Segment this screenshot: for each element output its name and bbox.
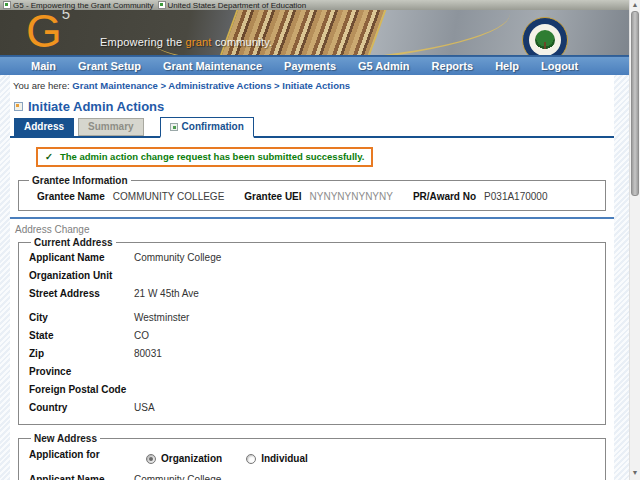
success-message: ✓The admin action change request has bee… — [36, 147, 373, 167]
radio-organization-button[interactable] — [146, 454, 156, 464]
check-icon: ✓ — [45, 151, 53, 162]
radio-organization[interactable]: Organization — [146, 453, 222, 464]
g5-logo-5: 5 — [62, 10, 70, 22]
window-icon — [14, 102, 23, 111]
pr-award-no-label: PR/Award No — [413, 191, 476, 202]
tagline-pre: Empowering the — [100, 36, 186, 48]
field-row-application-for: Application for Organization Individual — [29, 448, 595, 464]
title-item-g5: G5 - Empowering the Grant Community — [3, 1, 154, 10]
nav-grant-maintenance[interactable]: Grant Maintenance — [152, 60, 273, 72]
tab-confirmation-label: Confirmation — [182, 121, 244, 132]
field-label: Street Address — [29, 288, 134, 299]
address-change-label: Address Change — [15, 224, 614, 235]
tab-address[interactable]: Address — [14, 118, 74, 136]
scrollbar-thumb[interactable] — [631, 11, 639, 196]
breadcrumb: You are here: Grant Maintenance > Admini… — [10, 75, 614, 91]
success-message-wrap: ✓The admin action change request has bee… — [36, 146, 614, 167]
nav-reports[interactable]: Reports — [421, 60, 485, 72]
gold-swoosh — [148, 10, 512, 56]
seal-tree-icon — [535, 30, 555, 50]
vertical-scrollbar[interactable]: ▲ ▼ — [629, 0, 640, 480]
grantee-name-label: Grantee Name — [37, 191, 105, 202]
field-row-applicant-name: Applicant Name Community College — [29, 252, 595, 263]
g5-logo-g: G — [26, 10, 60, 56]
new-address-legend: New Address — [31, 433, 100, 444]
scroll-up-arrow-icon[interactable]: ▲ — [630, 0, 640, 10]
field-row-street-address: Street Address 21 W 45th Ave — [29, 288, 595, 299]
field-row-city: City Westminster — [29, 312, 595, 323]
section-divider — [10, 217, 614, 219]
tagline-accent: grant — [186, 36, 212, 48]
current-address-legend: Current Address — [31, 237, 116, 248]
application-for-label: Application for — [29, 448, 134, 464]
grantee-uei-label: Grantee UEI — [244, 191, 301, 202]
breadcrumb-path[interactable]: Grant Maintenance > Administrative Actio… — [72, 80, 350, 91]
nav-grant-setup[interactable]: Grant Setup — [67, 60, 152, 72]
radio-individual-label: Individual — [261, 453, 308, 464]
radio-individual-button[interactable] — [246, 454, 256, 464]
field-row-foreign-postal-code: Foreign Postal Code — [29, 384, 595, 395]
pr-award-no-value: P031A170000 — [484, 191, 547, 202]
field-label: State — [29, 330, 134, 341]
main-navigation: Main Grant Setup Grant Maintenance Payme… — [0, 56, 629, 75]
nav-g5-admin[interactable]: G5 Admin — [347, 60, 421, 72]
g5-logo: G5 — [26, 10, 70, 56]
field-row-new-applicant-name: Applicant Name Community College — [29, 474, 595, 480]
tab-confirmation[interactable]: Confirmation — [160, 117, 254, 138]
window-title-g5: G5 - Empowering the Grant Community — [13, 1, 154, 10]
page-title: Initiate Admin Actions — [28, 99, 164, 114]
content-panel: You are here: Grant Maintenance > Admini… — [10, 75, 614, 480]
field-row-organization-unit: Organization Unit — [29, 270, 595, 281]
nav-payments[interactable]: Payments — [273, 60, 347, 72]
page-title-row: Initiate Admin Actions — [14, 99, 614, 114]
grantee-uei-value: NYNYNYNYNYNY — [310, 191, 393, 202]
field-value: Community College — [134, 252, 221, 263]
radio-individual[interactable]: Individual — [246, 453, 308, 464]
field-value: Westminster — [134, 312, 189, 323]
field-label: Zip — [29, 348, 134, 359]
field-row-state: State CO — [29, 330, 595, 341]
grantee-information-legend: Grantee Information — [29, 175, 131, 186]
field-value: 80031 — [134, 348, 162, 359]
scroll-down-arrow-icon[interactable]: ▼ — [630, 468, 640, 478]
field-value: Community College — [134, 474, 221, 480]
tab-bar: Address Summary Confirmation — [10, 117, 614, 138]
field-row-zip: Zip 80031 — [29, 348, 595, 359]
field-label: Province — [29, 366, 134, 377]
field-value: 21 W 45th Ave — [134, 288, 199, 299]
ed-favicon-icon — [158, 1, 166, 9]
nav-logout[interactable]: Logout — [530, 60, 589, 72]
field-value: CO — [134, 330, 149, 341]
nav-help[interactable]: Help — [484, 60, 530, 72]
current-address-fieldset: Current Address Applicant Name Community… — [18, 237, 606, 425]
field-label: Applicant Name — [29, 252, 134, 263]
new-address-fieldset: New Address Application for Organization… — [18, 433, 606, 480]
field-label: City — [29, 312, 134, 323]
field-row-province: Province — [29, 366, 595, 377]
g5-favicon-icon — [3, 1, 11, 9]
confirmation-tab-icon — [170, 123, 178, 131]
field-label: Country — [29, 402, 134, 413]
seal-inner-ring — [529, 24, 561, 56]
window-title-ed: United States Department of Education — [168, 1, 307, 10]
department-of-education-seal-icon — [522, 17, 568, 56]
field-label: Foreign Postal Code — [29, 384, 134, 395]
grantee-info-row: Grantee Name COMMUNITY COLLEGE Grantee U… — [27, 188, 597, 202]
browser-title-strip: G5 - Empowering the Grant Community Unit… — [0, 0, 629, 10]
tab-summary[interactable]: Summary — [78, 118, 144, 136]
field-label: Organization Unit — [29, 270, 134, 281]
success-text: The admin action change request has been… — [60, 151, 364, 162]
field-label: Applicant Name — [29, 474, 134, 480]
field-value: USA — [134, 402, 155, 413]
banner-tagline: Empowering the grant community. — [100, 36, 272, 48]
breadcrumb-prefix: You are here: — [13, 80, 70, 91]
tagline-post: community. — [212, 36, 273, 48]
header-banner: G5 Empowering the grant community. — [0, 10, 629, 56]
grantee-name-value: COMMUNITY COLLEGE — [113, 191, 225, 202]
nav-main[interactable]: Main — [20, 60, 67, 72]
radio-dot — [149, 457, 153, 461]
title-item-ed: United States Department of Education — [158, 1, 307, 10]
field-row-country: Country USA — [29, 402, 595, 413]
application-for-radio-group: Organization Individual — [146, 453, 308, 464]
radio-organization-label: Organization — [161, 453, 222, 464]
